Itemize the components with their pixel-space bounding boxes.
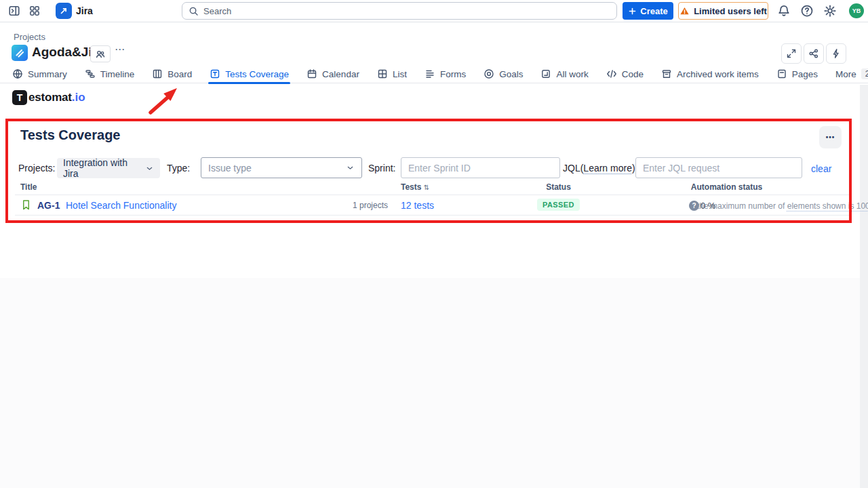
- sidebar-toggle-icon[interactable]: [8, 0, 20, 22]
- tests-count-link[interactable]: 12 tests: [401, 200, 434, 211]
- table-row-divider: [15, 215, 849, 216]
- help-icon[interactable]: [800, 4, 814, 18]
- table-header-divider: [15, 195, 849, 195]
- all-work-icon: [540, 68, 551, 79]
- search-placeholder: Search: [203, 6, 231, 16]
- search-input[interactable]: Search: [182, 2, 617, 20]
- settings-gear-icon[interactable]: [823, 4, 837, 18]
- code-icon: [606, 68, 617, 79]
- testomat-logo-tile: T: [12, 90, 27, 105]
- column-header-automation-status: Automation status: [667, 182, 786, 192]
- lightning-icon: [831, 48, 842, 59]
- limited-users-label: Limited users left: [694, 6, 767, 16]
- automation-percentage: 0 %: [701, 201, 715, 211]
- create-button-label: Create: [640, 6, 667, 16]
- max-elements-note: the maximum number of elements shown is …: [697, 201, 868, 211]
- projects-count: 1 projects: [319, 201, 388, 210]
- max-elements-note-link[interactable]: elements shown is 100: [787, 201, 868, 211]
- automation-help-icon[interactable]: ?: [689, 201, 699, 211]
- automation-button[interactable]: [826, 43, 846, 64]
- column-header-title: Title: [20, 182, 37, 192]
- more-count-badge: 2: [861, 68, 868, 79]
- forms-icon: [425, 68, 435, 79]
- scrollbar-track[interactable]: [860, 85, 868, 488]
- chevron-down-icon: [145, 164, 154, 173]
- annotation-arrow-icon: [145, 84, 183, 117]
- sort-icon: ⇅: [424, 184, 429, 191]
- widget-title: Tests Coverage: [20, 127, 120, 143]
- project-more-menu[interactable]: ⋯: [115, 43, 125, 56]
- pages-icon: [776, 68, 787, 79]
- jql-request-input[interactable]: [635, 157, 802, 178]
- column-header-tests[interactable]: Tests ⇅: [401, 182, 429, 192]
- sprint-filter-label: Sprint:: [368, 163, 395, 174]
- jql-learn-more-link[interactable]: Learn more: [583, 163, 632, 174]
- top-navigation-bar: Jira Search Create Limited users left YB: [0, 0, 868, 22]
- archive-icon: [661, 68, 672, 79]
- tab-goals[interactable]: Goals: [484, 65, 523, 83]
- issue-key[interactable]: AG-1: [37, 200, 60, 211]
- tab-all-work[interactable]: All work: [540, 65, 588, 83]
- timeline-icon: [85, 68, 96, 79]
- jira-logo-icon[interactable]: [56, 3, 72, 19]
- issue-type-select[interactable]: Issue type: [201, 157, 362, 178]
- clear-filters-link[interactable]: clear: [811, 163, 831, 174]
- share-icon: [808, 48, 819, 59]
- status-badge: PASSED: [537, 199, 580, 211]
- avatar-initials: YB: [852, 7, 861, 14]
- expand-icon: [786, 48, 797, 59]
- app-name: Jira: [76, 0, 93, 22]
- testomat-logo: T estomat .io: [12, 90, 85, 105]
- plus-icon: [628, 7, 637, 16]
- globe-icon: [12, 68, 23, 79]
- project-members-button[interactable]: [90, 45, 111, 62]
- board-icon: [152, 68, 163, 79]
- project-avatar: [12, 45, 28, 61]
- tab-list[interactable]: List: [377, 65, 407, 83]
- people-icon: [95, 49, 106, 60]
- notifications-bell-icon[interactable]: [777, 4, 791, 18]
- column-header-status: Status: [513, 182, 604, 192]
- app-switcher-icon[interactable]: [28, 0, 41, 22]
- tab-board[interactable]: Board: [152, 65, 192, 83]
- create-button[interactable]: Create: [623, 2, 673, 20]
- projects-filter-dropdown[interactable]: Integration with Jira: [57, 158, 160, 178]
- tab-timeline[interactable]: Timeline: [85, 65, 135, 83]
- tab-tests-coverage[interactable]: Tests Coverage: [210, 65, 289, 83]
- fullscreen-button[interactable]: [781, 43, 802, 64]
- project-tab-bar: Summary Timeline Board Tests Coverage Ca…: [0, 65, 868, 83]
- tab-forms[interactable]: Forms: [425, 65, 466, 83]
- issue-title-link[interactable]: Hotel Search Functionality: [66, 200, 176, 211]
- tab-summary[interactable]: Summary: [12, 65, 67, 83]
- story-bookmark-icon: [21, 199, 31, 211]
- limited-users-button[interactable]: Limited users left: [678, 2, 768, 20]
- page-background: [0, 278, 860, 488]
- warning-icon: [679, 6, 690, 16]
- search-icon: [189, 6, 199, 16]
- chevron-down-icon: [346, 163, 355, 172]
- projects-filter-label: Projects:: [18, 163, 55, 174]
- widget-more-button[interactable]: •••: [819, 126, 842, 148]
- type-filter-label: Type:: [167, 163, 190, 174]
- jql-filter-label: JQL(Learn more):: [563, 163, 638, 174]
- boxed-t-icon: [210, 68, 220, 79]
- calendar-icon: [307, 68, 317, 79]
- tab-pages[interactable]: Pages: [776, 65, 818, 83]
- tab-archived-work-items[interactable]: Archived work items: [661, 65, 759, 83]
- list-icon: [377, 68, 388, 79]
- sprint-id-input[interactable]: [401, 157, 560, 178]
- share-button[interactable]: [804, 43, 824, 64]
- tab-code[interactable]: Code: [606, 65, 644, 83]
- tab-more[interactable]: More 2: [835, 65, 868, 83]
- tab-calendar[interactable]: Calendar: [307, 65, 359, 83]
- user-avatar[interactable]: YB: [849, 3, 864, 18]
- status-cell: PASSED: [513, 198, 604, 211]
- breadcrumb[interactable]: Projects: [14, 32, 45, 42]
- goals-target-icon: [484, 68, 494, 79]
